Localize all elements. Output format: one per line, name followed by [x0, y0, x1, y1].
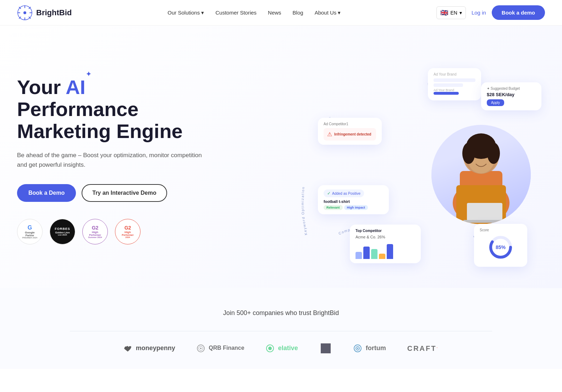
svg-point-34: [268, 347, 272, 350]
svg-rect-35: [321, 343, 331, 353]
hero-content: Your AI✦ Performance Marketing Engine Be…: [17, 76, 209, 244]
hero-ai-text: AI✦: [66, 76, 86, 98]
svg-text:85%: 85%: [496, 244, 506, 250]
svg-point-32: [200, 348, 202, 349]
nav-customer-stories[interactable]: Customer Stories: [215, 10, 257, 16]
ad-gen-field2: [434, 83, 463, 87]
person-placeholder: [431, 125, 531, 224]
forbes-badge: FORBES Golden Lion List 2024: [50, 219, 75, 244]
brightbid-logo-icon: [17, 5, 33, 21]
keyword-relevant-badge: Relevant: [324, 205, 343, 210]
book-demo-nav-button[interactable]: Book a demo: [492, 5, 545, 20]
chevron-down-icon: ▾: [459, 10, 462, 16]
chevron-down-icon: ▾: [338, 10, 341, 16]
fortum-logo: fortum: [353, 344, 386, 353]
svg-point-20: [487, 143, 500, 164]
keyword-label: Keyword Optimization: [297, 167, 318, 238]
svg-point-1: [23, 11, 26, 14]
square-logo: [319, 342, 332, 355]
bar-5: [387, 244, 393, 259]
moneypenny-logo: moneypenny: [123, 344, 175, 352]
language-selector[interactable]: 🇬🇧 EN ▾: [436, 6, 465, 19]
budget-allocation-card: ✦ Suggested Budget $28 SEK/day Apply: [481, 82, 541, 110]
competitor-company: Acme & Co. 26%: [356, 235, 415, 239]
budget-apply-button[interactable]: Apply: [487, 99, 504, 106]
qrb-finance-logo: QRB Finance: [197, 344, 244, 353]
g2-summer-badge: G2 High Performer Summer 2024: [82, 219, 108, 244]
keyword-name: football t-shirt: [324, 199, 383, 204]
hero-visual: Ad Generation Ad Your Brand Ad Your Bran…: [297, 47, 545, 274]
hero-section: Your AI✦ Performance Marketing Engine Be…: [0, 26, 562, 288]
navigation: BrightBid Our Solutions ▾ Customer Stori…: [0, 0, 562, 26]
google-partner-badge: G Google Partner PREMIER 2024: [17, 219, 43, 244]
svg-point-19: [462, 143, 475, 164]
login-button[interactable]: Log in: [472, 10, 486, 16]
nav-our-solutions[interactable]: Our Solutions ▾: [167, 10, 204, 16]
ad-generation-card: Ad Your Brand Ad Your Brand: [428, 68, 481, 100]
nav-actions: 🇬🇧 EN ▾ Log in Book a demo: [436, 5, 545, 20]
competitor-label: Ad Competitor1: [324, 122, 376, 126]
ad-gen-field-label: Ad Your Brand: [434, 72, 475, 76]
logos-divider: [70, 331, 492, 331]
trust-badges: G Google Partner PREMIER 2024 FORBES Gol…: [17, 219, 209, 244]
g2-2024-badge: G2 High Performer 2024: [115, 219, 140, 244]
competitor-bar-chart: [356, 241, 415, 259]
keyword-high-badge: High impact: [344, 205, 368, 210]
nav-news[interactable]: News: [268, 10, 281, 16]
infringement-detected: ⚠ Infringement detected: [324, 128, 376, 140]
book-demo-hero-button[interactable]: Book a Demo: [17, 184, 76, 202]
warning-icon: ⚠: [327, 131, 332, 138]
nav-links: Our Solutions ▾ Customer Stories News Bl…: [167, 10, 341, 16]
nav-blog[interactable]: Blog: [293, 10, 303, 16]
svg-rect-22: [467, 203, 502, 221]
check-icon: ✓: [327, 191, 331, 196]
brand-name: BrightBid: [36, 8, 72, 17]
keyword-badges: Relevant High impact: [324, 205, 383, 210]
hero-title: Your AI✦ Performance Marketing Engine: [17, 76, 209, 142]
keyword-card: ✓ Added as Positive football t-shirt Rel…: [318, 185, 389, 214]
ad-gen-field3: [434, 92, 459, 95]
bar-1: [356, 252, 362, 259]
svg-text:Keyword Optimization: Keyword Optimization: [301, 186, 308, 235]
bar-2: [363, 247, 370, 259]
company-logos: moneypenny QRB Finance elative fortum CR…: [17, 342, 545, 355]
hero-buttons: Book a Demo Try an Interactive Demo: [17, 184, 209, 202]
budget-suggested-label: ✦ Suggested Budget: [487, 87, 536, 90]
elative-logo: elative: [266, 344, 298, 353]
flag-icon: 🇬🇧: [440, 9, 448, 17]
chevron-down-icon: ▾: [201, 10, 204, 16]
trust-title: Join 500+ companies who trust BrightBid: [17, 309, 545, 317]
infringement-card: Ad Competitor1 ⚠ Infringement detected: [318, 118, 382, 145]
competitor-card: Top Competitor Acme & Co. 26%: [350, 225, 421, 263]
ad-gen-field1: [434, 78, 475, 82]
nav-about-us[interactable]: About Us ▾: [315, 10, 341, 16]
person-image: [431, 125, 531, 224]
trust-section: Join 500+ companies who trust BrightBid …: [0, 288, 562, 369]
svg-point-38: [357, 348, 358, 349]
keyword-added-tag: ✓ Added as Positive: [324, 189, 364, 197]
interactive-demo-button[interactable]: Try an Interactive Demo: [82, 184, 167, 202]
audit-label: Score: [480, 228, 522, 232]
bar-3: [371, 249, 378, 259]
brand-logo[interactable]: BrightBid: [17, 5, 72, 21]
sparkle-icon: ✦: [86, 71, 91, 78]
audit-card: Score 85%: [474, 224, 527, 267]
hero-subtitle: Be ahead of the game – Boost your optimi…: [17, 150, 209, 170]
craft-logo: CRAFT.: [407, 344, 439, 353]
audit-donut: 85%: [480, 235, 522, 260]
detected-text: Infringement detected: [334, 132, 371, 136]
top-competitor-label: Top Competitor: [356, 229, 415, 233]
bar-4: [379, 254, 385, 259]
budget-amount: $28 SEK/day: [487, 92, 536, 97]
